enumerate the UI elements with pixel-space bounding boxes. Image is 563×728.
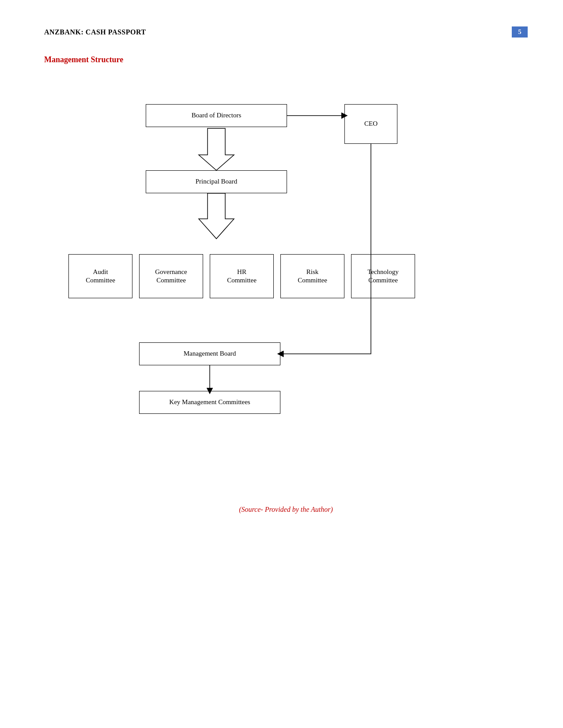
technology-committee-box: Technology Committee [351,254,415,298]
document-title: ANZBANK: CASH PASSPORT [44,28,146,36]
section-title: Management Structure [44,55,528,64]
line-ceo-to-management [280,144,371,354]
governance-committee-box: Governance Committee [139,254,203,298]
principal-board-box: Principal Board [146,170,287,193]
header: ANZBANK: CASH PASSPORT 5 [44,26,528,38]
risk-committee-box: Risk Committee [280,254,344,298]
org-chart-diagram: Board of Directors CEO Principal Board A… [44,82,528,479]
hr-committee-box: HR Committee [210,254,274,298]
page-number: 5 [512,26,528,38]
arrow-board-to-principal [199,128,234,170]
audit-committee-box: Audit Committee [68,254,132,298]
ceo-box: CEO [344,104,397,144]
svg-marker-1 [199,193,234,239]
key-management-box: Key Management Committees [139,391,280,414]
arrow-principal-to-committees [199,193,234,239]
source-note: (Source- Provided by the Author) [44,506,528,514]
board-of-directors-box: Board of Directors [146,104,287,127]
page: ANZBANK: CASH PASSPORT 5 Management Stru… [0,0,563,728]
svg-marker-0 [199,128,234,170]
management-board-box: Management Board [139,342,280,365]
